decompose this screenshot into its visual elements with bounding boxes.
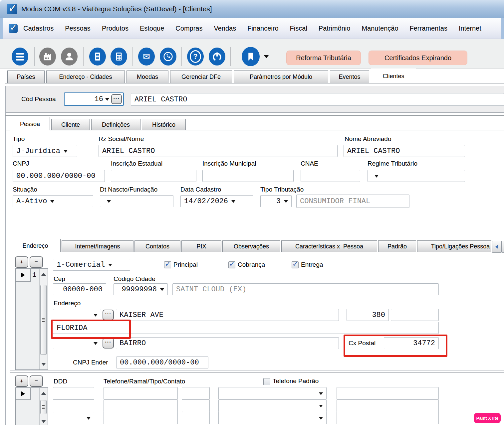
contato-field-3[interactable] bbox=[337, 412, 439, 424]
menu-compras[interactable]: Compras bbox=[170, 18, 208, 39]
tipo-tributacao-dropdown-arrow[interactable] bbox=[284, 200, 288, 205]
scroll-down-button[interactable] bbox=[40, 359, 48, 369]
tipo-combo[interactable]: J-Jurídica bbox=[13, 145, 77, 157]
nome-abreviado-field[interactable]: ARIEL CASTRO bbox=[344, 145, 465, 157]
scroll-up-button[interactable] bbox=[40, 388, 48, 398]
tipo-dropdown-arrow[interactable] bbox=[64, 150, 68, 155]
cep-field[interactable]: 00000-000 bbox=[53, 283, 106, 295]
bookmark-dropdown-arrow[interactable] bbox=[264, 55, 269, 61]
contato-field-1[interactable] bbox=[337, 387, 439, 400]
data-cadastro-dropdown-arrow[interactable] bbox=[231, 200, 235, 205]
menu-cadastros[interactable]: Cadastros bbox=[18, 18, 59, 39]
menu-icon[interactable] bbox=[12, 48, 28, 66]
logradouro-lookup-button[interactable] bbox=[103, 310, 114, 320]
menu-vendas[interactable]: Vendas bbox=[208, 18, 242, 39]
numero-field[interactable]: 380 bbox=[347, 309, 389, 321]
situacao-dropdown-arrow[interactable] bbox=[50, 200, 54, 205]
tipo-telefone-combo-3[interactable] bbox=[218, 412, 327, 424]
rz-social-field[interactable]: ARIEL CASTRO bbox=[99, 145, 338, 157]
ddd-dropdown-arrow[interactable] bbox=[87, 417, 91, 422]
tab-observacoes[interactable]: Observações bbox=[222, 240, 280, 252]
tipo-endereco-combo[interactable]: 1-Comercial bbox=[53, 259, 130, 271]
cidade-nome-field[interactable]: SAINT CLOUD (EX) bbox=[172, 283, 439, 295]
ramal-field-1[interactable] bbox=[182, 387, 210, 400]
tab-pessoa[interactable]: Pessoa bbox=[10, 117, 50, 130]
tipo-logradouro-combo[interactable] bbox=[53, 309, 101, 321]
telefone-field-1[interactable] bbox=[104, 387, 178, 400]
tab-parametros-por-modulo[interactable]: Parâmetros por Módulo bbox=[234, 71, 328, 83]
bairro-field[interactable]: BAIRRO bbox=[116, 337, 339, 349]
bookmark-icon[interactable] bbox=[242, 47, 260, 66]
address-remove-button[interactable]: − bbox=[30, 256, 43, 268]
menu-patrimonio[interactable]: Patrimônio bbox=[313, 18, 356, 39]
power-icon[interactable] bbox=[209, 48, 225, 66]
tipo-telefone-combo-1[interactable] bbox=[218, 387, 327, 400]
tab-scroll-right-button[interactable] bbox=[501, 241, 504, 253]
data-cadastro-combo[interactable]: 14/02/2026 bbox=[180, 195, 253, 207]
calculator-icon[interactable] bbox=[111, 48, 127, 66]
tipo-telefone-dropdown-arrow[interactable] bbox=[319, 417, 323, 422]
logradouro-field[interactable]: KAISER AVE bbox=[116, 309, 339, 321]
menu-financeiro[interactable]: Financeiro bbox=[242, 18, 284, 39]
complemento-field[interactable] bbox=[391, 309, 439, 321]
tab-gerenciar-dfe[interactable]: Gerenciar DFe bbox=[170, 71, 232, 83]
codigo-cidade-dropdown-arrow[interactable] bbox=[160, 288, 164, 293]
tipo-bairro-combo[interactable] bbox=[53, 337, 101, 349]
dt-nascto-combo[interactable] bbox=[100, 195, 173, 207]
cnpj-field[interactable]: 00.000.000/0000-00 bbox=[13, 170, 105, 182]
help-icon[interactable]: ? bbox=[187, 48, 204, 66]
tipo-logradouro-dropdown-arrow[interactable] bbox=[94, 314, 98, 319]
certificados-expirando-button[interactable]: Certificados Expirando bbox=[369, 51, 467, 65]
cod-pessoa-lookup-button[interactable] bbox=[111, 94, 122, 104]
tab-pix[interactable]: PIX bbox=[181, 240, 221, 252]
tipo-endereco-dropdown-arrow[interactable] bbox=[108, 264, 112, 268]
tab-definicoes[interactable]: Definições bbox=[91, 119, 140, 130]
tipo-tributacao-combo[interactable]: 3 bbox=[260, 195, 292, 207]
menu-fiscal[interactable]: Fiscal bbox=[284, 18, 313, 39]
cod-pessoa-field[interactable]: 16 bbox=[64, 92, 124, 106]
entrega-checkbox[interactable] bbox=[292, 261, 299, 268]
tipo-telefone-dropdown-arrow[interactable] bbox=[319, 405, 323, 409]
dt-nascto-dropdown-arrow[interactable] bbox=[107, 200, 111, 205]
codigo-cidade-combo[interactable]: 99999998 bbox=[114, 283, 168, 295]
scrollbar-thumb[interactable] bbox=[40, 400, 47, 414]
inscricao-municipal-field[interactable] bbox=[202, 170, 294, 182]
email-icon[interactable]: ✉ bbox=[138, 48, 155, 66]
scroll-up-button[interactable] bbox=[40, 269, 48, 279]
tab-historico[interactable]: Histórico bbox=[142, 119, 186, 130]
whatsapp-icon[interactable] bbox=[160, 48, 176, 66]
telefone-field-2[interactable] bbox=[104, 399, 178, 412]
principal-checkbox[interactable] bbox=[164, 261, 171, 268]
tab-padrao[interactable]: Padrão bbox=[378, 240, 416, 252]
reforma-tributaria-button[interactable]: Reforma Tributária bbox=[286, 51, 361, 65]
tab-endereco-cidades[interactable]: Endereço - Cidades bbox=[46, 71, 125, 83]
address-current-row-indicator[interactable] bbox=[16, 269, 31, 282]
ddd-combo-3[interactable] bbox=[53, 412, 94, 424]
tab-clientes[interactable]: Clientes bbox=[371, 69, 416, 83]
cod-pessoa-dropdown-arrow[interactable] bbox=[105, 98, 109, 103]
tab-contatos[interactable]: Contatos bbox=[134, 240, 180, 252]
menu-produtos[interactable]: Produtos bbox=[96, 18, 134, 39]
scroll-down-button[interactable] bbox=[40, 417, 48, 425]
telefone-field-3[interactable] bbox=[104, 412, 178, 424]
cnae-field[interactable] bbox=[301, 170, 360, 182]
tab-paises[interactable]: Países bbox=[7, 71, 45, 83]
factory-icon[interactable] bbox=[39, 48, 56, 66]
telefone-padrao-checkbox[interactable] bbox=[263, 378, 270, 385]
scrollbar-thumb[interactable] bbox=[40, 285, 47, 355]
tipo-tributacao-descricao-field[interactable]: CONSUMIDOR FINAL bbox=[296, 195, 409, 208]
menu-manutencao[interactable]: Manutenção bbox=[356, 18, 404, 39]
ramal-field-2[interactable] bbox=[182, 399, 210, 412]
inscricao-estadual-field[interactable] bbox=[111, 170, 196, 182]
ramal-field-3[interactable] bbox=[182, 412, 210, 424]
tipo-telefone-dropdown-arrow[interactable] bbox=[319, 392, 323, 397]
menu-estoque[interactable]: Estoque bbox=[134, 18, 170, 39]
tab-caracteristicas-pessoa[interactable]: Características x Pessoa bbox=[281, 240, 377, 252]
address-scrollbar[interactable] bbox=[39, 269, 48, 369]
phone-remove-button[interactable]: − bbox=[30, 375, 43, 387]
cobranca-checkbox[interactable] bbox=[228, 261, 235, 268]
tab-endereco[interactable]: Endereço bbox=[10, 239, 61, 252]
menu-pessoas[interactable]: Pessoas bbox=[59, 18, 96, 39]
ddd-field-1[interactable] bbox=[53, 387, 94, 400]
person-icon[interactable] bbox=[61, 48, 78, 66]
